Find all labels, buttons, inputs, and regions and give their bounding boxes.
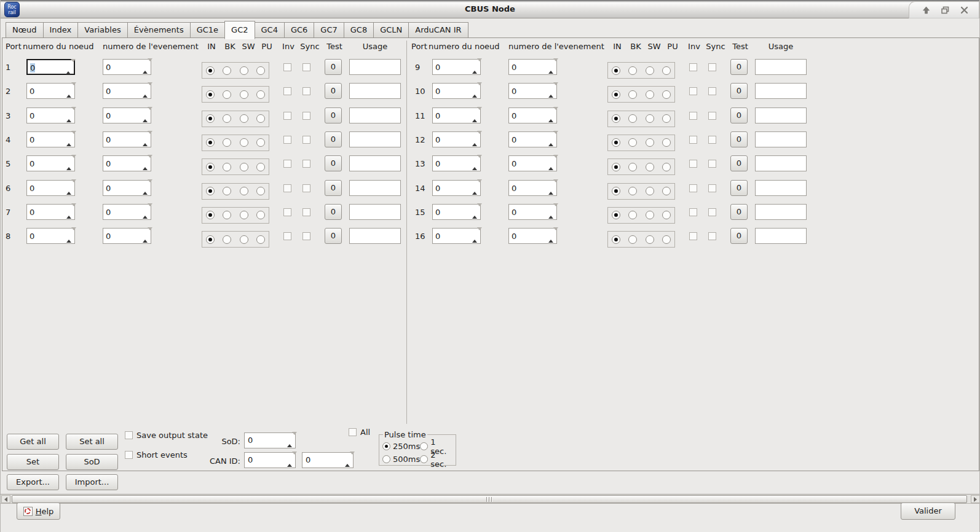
- tab-arducan-ir[interactable]: ArduCAN IR: [408, 22, 468, 38]
- type-in-radio[interactable]: [206, 90, 215, 99]
- spin-arrows[interactable]: [66, 182, 72, 195]
- type-sw-radio[interactable]: [240, 90, 248, 99]
- usage-input[interactable]: [755, 228, 807, 244]
- spin-down-icon[interactable]: [71, 179, 76, 192]
- event-number-spinner[interactable]: 0: [103, 108, 151, 123]
- spin-up-icon[interactable]: [548, 85, 553, 98]
- maximize-icon[interactable]: [941, 6, 950, 15]
- spin-up-icon[interactable]: [472, 230, 477, 243]
- usage-input[interactable]: [755, 131, 807, 147]
- pulse-option-250ms[interactable]: 250ms: [382, 442, 420, 451]
- usage-input[interactable]: [349, 108, 401, 123]
- spin-arrows[interactable]: [472, 61, 478, 74]
- spin-arrows[interactable]: [66, 110, 72, 122]
- spin-down-icon[interactable]: [477, 58, 482, 71]
- spin-up-icon[interactable]: [143, 134, 148, 146]
- spin-up-icon[interactable]: [472, 158, 477, 170]
- spin-arrows[interactable]: [143, 85, 148, 98]
- type-sw-radio[interactable]: [646, 90, 654, 99]
- type-bk-radio[interactable]: [223, 163, 231, 171]
- spin-up-icon[interactable]: [287, 435, 292, 447]
- usage-input[interactable]: [755, 108, 807, 123]
- test-button[interactable]: 0: [730, 83, 748, 99]
- inv-checkbox[interactable]: [283, 208, 291, 216]
- sync-checkbox[interactable]: [302, 112, 310, 120]
- spin-up-icon[interactable]: [472, 110, 477, 122]
- usage-input[interactable]: [349, 228, 401, 244]
- spin-up-icon[interactable]: [66, 158, 71, 170]
- type-bk-radio[interactable]: [628, 211, 637, 219]
- spin-arrows[interactable]: [143, 206, 148, 219]
- node-number-spinner[interactable]: 0: [26, 155, 75, 171]
- spin-down-icon[interactable]: [71, 107, 76, 119]
- spin-arrows[interactable]: [287, 455, 293, 467]
- spin-down-icon[interactable]: [148, 155, 152, 167]
- horizontal-scrollbar[interactable]: [1, 494, 980, 504]
- spin-arrows[interactable]: [66, 230, 72, 243]
- spin-up-icon[interactable]: [143, 110, 148, 122]
- spin-arrows[interactable]: [548, 110, 554, 122]
- spin-down-icon[interactable]: [71, 227, 76, 240]
- spin-down-icon[interactable]: [553, 82, 558, 95]
- event-number-spinner[interactable]: 0: [508, 204, 557, 220]
- spin-down-icon[interactable]: [148, 107, 152, 119]
- node-number-spinner[interactable]: 0: [26, 228, 75, 244]
- sod-spinner[interactable]: 0: [244, 432, 296, 448]
- type-sw-radio[interactable]: [646, 211, 654, 219]
- type-bk-radio[interactable]: [223, 90, 231, 99]
- type-sw-radio[interactable]: [240, 66, 248, 75]
- inv-checkbox[interactable]: [689, 63, 697, 71]
- type-pu-radio[interactable]: [256, 163, 265, 171]
- usage-input[interactable]: [349, 131, 401, 147]
- spin-up-icon[interactable]: [143, 230, 148, 243]
- spin-arrows[interactable]: [548, 206, 554, 219]
- spin-arrows[interactable]: [548, 61, 554, 74]
- scroll-left-button[interactable]: [1, 495, 10, 503]
- spin-down-icon[interactable]: [477, 203, 482, 216]
- spin-up-icon[interactable]: [548, 110, 553, 122]
- event-number-spinner[interactable]: 0: [103, 131, 151, 147]
- spin-down-icon[interactable]: [553, 131, 558, 143]
- type-bk-radio[interactable]: [628, 66, 637, 75]
- tab--v-nements[interactable]: Évènements: [127, 22, 191, 38]
- type-in-radio[interactable]: [206, 187, 215, 195]
- type-in-radio[interactable]: [612, 187, 620, 195]
- spin-up-icon[interactable]: [548, 61, 553, 74]
- save-output-state-checkbox[interactable]: [125, 431, 133, 439]
- spin-up-icon[interactable]: [548, 134, 553, 146]
- spin-arrows[interactable]: [345, 455, 350, 467]
- spin-arrows[interactable]: [143, 230, 148, 243]
- spin-down-icon[interactable]: [477, 82, 482, 95]
- type-in-radio[interactable]: [612, 211, 620, 219]
- type-bk-radio[interactable]: [628, 114, 637, 123]
- shade-icon[interactable]: [922, 6, 931, 15]
- test-button[interactable]: 0: [730, 228, 748, 244]
- type-bk-radio[interactable]: [628, 187, 637, 195]
- type-in-radio[interactable]: [206, 114, 215, 123]
- event-number-spinner[interactable]: 0: [508, 108, 557, 123]
- type-in-radio[interactable]: [612, 138, 620, 147]
- test-button[interactable]: 0: [325, 180, 342, 196]
- event-number-spinner[interactable]: 0: [103, 204, 151, 220]
- type-pu-radio[interactable]: [662, 138, 671, 147]
- usage-input[interactable]: [349, 155, 401, 171]
- spin-down-icon[interactable]: [148, 58, 152, 71]
- sync-checkbox[interactable]: [302, 208, 310, 216]
- spin-up-icon[interactable]: [287, 455, 292, 467]
- spin-up-icon[interactable]: [66, 85, 71, 98]
- spin-up-icon[interactable]: [143, 206, 148, 219]
- node-number-spinner[interactable]: 0: [432, 204, 481, 220]
- event-number-spinner[interactable]: 0: [103, 180, 151, 196]
- help-button[interactable]: Help: [17, 503, 60, 520]
- spin-arrows[interactable]: [287, 435, 293, 447]
- type-in-radio[interactable]: [206, 163, 215, 171]
- inv-checkbox[interactable]: [283, 63, 291, 71]
- event-number-spinner[interactable]: 0: [508, 131, 557, 147]
- inv-checkbox[interactable]: [283, 184, 291, 192]
- type-pu-radio[interactable]: [662, 235, 671, 244]
- spin-arrows[interactable]: [548, 230, 554, 243]
- spin-arrows[interactable]: [66, 206, 72, 219]
- type-pu-radio[interactable]: [256, 138, 265, 147]
- type-bk-radio[interactable]: [223, 235, 231, 244]
- usage-input[interactable]: [349, 180, 401, 196]
